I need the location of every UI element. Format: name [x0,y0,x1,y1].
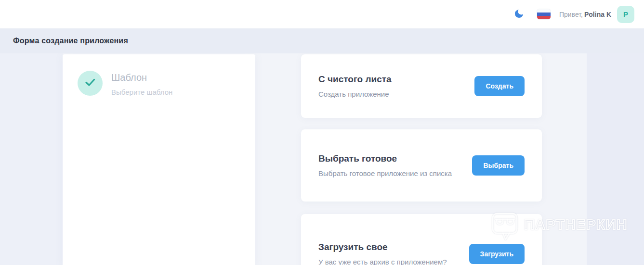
step-status-circle [78,71,103,96]
card-title: С чистого листа [318,74,392,85]
wizard-step-template: Шаблон Выберите шаблон [63,54,255,96]
theme-toggle-button[interactable] [513,9,525,20]
top-header: Привет,Polina K P [0,0,644,28]
card-inner: Загрузить свое У вас уже есть архив с пр… [301,214,542,265]
card-title: Выбрать готовое [318,153,452,164]
create-button[interactable]: Создать [474,76,525,96]
flag-stripe-red [537,16,551,19]
card-title: Загрузить свое [318,242,447,252]
app-screen: Привет,Polina K P Форма создание приложе… [0,0,644,265]
card-subtitle: Создать приложение [318,90,392,98]
card-inner: С чистого листа Создать приложение Созда… [301,54,542,118]
main-content: Шаблон Выберите шаблон С чистого листа С… [0,53,644,265]
user-avatar[interactable]: P [617,6,634,23]
card-text: С чистого листа Создать приложение [318,74,392,98]
step-title: Шаблон [111,72,172,83]
user-greeting: Привет,Polina K [559,11,611,18]
card-inner: Выбрать готовое Выбрать готовое приложен… [301,129,542,202]
card-subtitle: У вас уже есть архив с приложением? [318,258,447,265]
user-name: Polina K [584,11,611,18]
flag-stripe-blue [537,13,551,16]
page-title-band: Форма создание приложения [0,28,644,53]
card-text: Выбрать готовое Выбрать готовое приложен… [318,153,452,177]
upload-button[interactable]: Загрузить [469,244,525,264]
card-text: Загрузить свое У вас уже есть архив с пр… [318,242,447,265]
greeting-prefix: Привет, [559,11,583,18]
avatar-initial: P [623,10,628,18]
wizard-steps-panel: Шаблон Выберите шаблон [63,54,255,265]
russian-flag-icon[interactable] [537,9,551,19]
option-card-from-scratch: С чистого листа Создать приложение Созда… [301,54,542,118]
option-card-choose-ready: Выбрать готовое Выбрать готовое приложен… [301,129,542,202]
page-title: Форма создание приложения [13,37,128,45]
choose-button[interactable]: Выбрать [472,155,525,176]
moon-icon [513,8,525,21]
check-icon [85,78,96,88]
flag-stripe-white [537,9,551,13]
step-subtitle: Выберите шаблон [111,88,172,96]
option-card-upload-own: Загрузить свое У вас уже есть архив с пр… [301,214,542,265]
card-subtitle: Выбрать готовое приложение из списка [318,169,452,177]
step-text: Шаблон Выберите шаблон [111,71,172,96]
